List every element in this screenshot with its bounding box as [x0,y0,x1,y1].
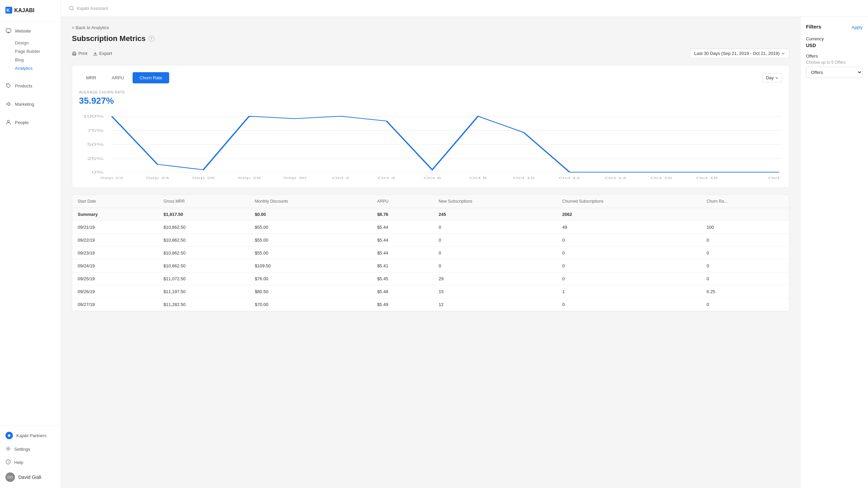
search-icon [69,6,74,11]
table-row: 09/24/19 $10,862.50 $109.50 $5.41 0 0 0 [72,260,789,272]
table-row: 09/25/19 $11,072.50 $76.00 $5.45 29 0 0 [72,272,789,285]
user-name: David Giali [18,474,41,480]
export-button[interactable]: Export [93,49,112,57]
table-row: 09/26/19 $11,197.50 $80.50 $5.48 15 1 6.… [72,285,789,298]
sidebar-item-products-label: Products [15,83,32,88]
sidebar-item-products[interactable]: Products [0,79,61,92]
table-row: 09/22/19 $10,862.50 $55.00 $5.44 0 0 0 [72,234,789,247]
currency-value: USD [806,43,863,48]
day-selector-label: Day [766,75,774,80]
partners-dot [5,432,13,439]
svg-text:75%: 75% [87,129,103,133]
search-box[interactable]: Kajabi Assistant [69,6,108,11]
nav-marketing: Marketing [0,95,61,113]
tabs-row: MRR ARPU Churn Rate Day [79,72,782,83]
page-title: Subscription Metrics ? [72,34,789,43]
main-area: Kajabi Assistant < Back to Analytics Sub… [61,0,868,488]
tab-arpu[interactable]: ARPU [105,72,131,83]
gear-icon [5,446,11,452]
row-discounts: $55.00 [250,221,372,234]
svg-text:50%: 50% [87,143,103,146]
col-start-date: Start Date [72,195,158,208]
print-label: Print [78,51,87,56]
filters-title: Filters [806,24,821,29]
date-range-label: Last 30 Days (Sep 21, 2019 - Oct 21, 201… [694,51,780,56]
topbar: Kajabi Assistant [61,0,868,17]
svg-text:Oct 6: Oct 6 [423,176,441,180]
sidebar-item-settings[interactable]: Settings [0,443,61,456]
offers-label: Offers [806,54,863,59]
row-churn-rate: 100 [701,221,789,234]
day-selector[interactable]: Day [762,73,782,82]
svg-text:Oct 18: Oct 18 [696,176,718,180]
svg-text:25%: 25% [87,157,103,161]
search-placeholder: Kajabi Assistant [77,6,108,11]
svg-point-9 [70,6,73,10]
tab-mrr[interactable]: MRR [79,72,103,83]
chart-card: MRR ARPU Churn Rate Day AVERAGE CHURN RA… [72,65,789,188]
breadcrumb[interactable]: < Back to Analytics [72,25,789,30]
logo[interactable]: K KAJABI [0,0,61,22]
svg-text:Sep 24: Sep 24 [146,176,169,180]
apply-button[interactable]: Apply [851,25,863,30]
sidebar-item-marketing[interactable]: Marketing [0,98,61,110]
chart-value: 35.927% [79,96,782,106]
summary-discounts: $0.00 [250,208,372,221]
data-table: Start Date Gross MRR Monthly Discounts A… [72,195,789,311]
table-row: 09/21/19 $10,862.50 $55.00 $5.44 0 49 10… [72,221,789,234]
toolbar-left: Print Export [72,49,112,57]
export-label: Export [99,51,112,56]
tag-icon [5,83,12,89]
user-avatar-row[interactable]: DG David Giali [0,469,61,485]
chart-area: 100% 75% 50% 25% 0% Sep 22 Sep 24 Sep 26 [79,113,782,181]
svg-text:0%: 0% [92,170,104,174]
export-icon [93,51,98,56]
help-circle-icon[interactable]: ? [149,36,155,42]
offers-sub-label: Choose up to 5 Offers [806,60,863,65]
svg-text:Sep 28: Sep 28 [237,176,261,180]
sidebar-item-settings-label: Settings [14,447,30,452]
page-title-text: Subscription Metrics [72,34,146,43]
svg-text:Sep 30: Sep 30 [283,176,307,180]
churn-chart: 100% 75% 50% 25% 0% Sep 22 Sep 24 Sep 26 [79,113,782,181]
sidebar-item-help[interactable]: ? Help [0,456,61,469]
svg-text:Oct 10: Oct 10 [513,176,535,180]
summary-gross-mrr: $1,917.50 [158,208,249,221]
sidebar-item-help-label: Help [14,460,23,465]
print-button[interactable]: Print [72,49,87,57]
svg-point-4 [7,85,8,85]
sidebar-sub-analytics[interactable]: Analytics [15,64,61,73]
avatar: DG [5,472,15,482]
summary-churn-rate [701,208,789,221]
sidebar-sub-page-builder[interactable]: Page Builder [15,47,61,56]
col-gross-mrr: Gross MRR [158,195,249,208]
sidebar-sub-website: Design Page Builder Blog Analytics [0,37,61,74]
monitor-icon [5,28,12,34]
date-filter[interactable]: Last 30 Days (Sep 21, 2019 - Oct 21, 201… [690,48,789,58]
svg-text:100%: 100% [83,115,104,118]
svg-text:Sep 26: Sep 26 [192,176,215,180]
toolbar: Print Export Last 30 Days (Sep 21, 2019 … [72,48,789,58]
nav-website: Website Design Page Builder Blog Analyti… [0,22,61,77]
offers-select[interactable]: Offers [806,67,863,78]
sidebar-bottom: Kajabi Partners Settings ? Help DG David… [0,425,61,488]
table-header-row: Start Date Gross MRR Monthly Discounts A… [72,195,789,208]
row-gross-mrr: $10,862.50 [158,221,249,234]
svg-text:KAJABI: KAJABI [14,7,35,13]
summary-row: Summary $1,917.50 $0.00 $8.76 245 2062 [72,208,789,221]
sidebar-item-kajabi-partners[interactable]: Kajabi Partners [0,428,61,443]
svg-text:Oct 14: Oct 14 [605,176,626,180]
svg-text:Oct 4: Oct 4 [378,176,395,180]
sidebar-sub-design[interactable]: Design [15,39,61,47]
sidebar-item-website[interactable]: Website [0,24,61,37]
sidebar-item-people[interactable]: People [0,116,61,129]
summary-new-subs: 245 [433,208,557,221]
tab-churn-rate[interactable]: Churn Rate [133,72,169,83]
svg-point-6 [7,448,9,450]
main-content: < Back to Analytics Subscription Metrics… [61,17,800,488]
svg-text:Oct 12: Oct 12 [559,176,580,180]
row-date: 09/21/19 [72,221,158,234]
svg-text:Oct 21: Oct 21 [768,176,782,180]
sidebar-sub-blog[interactable]: Blog [15,56,61,64]
table-row: 09/23/19 $10,862.50 $55.00 $5.44 0 0 0 [72,247,789,260]
